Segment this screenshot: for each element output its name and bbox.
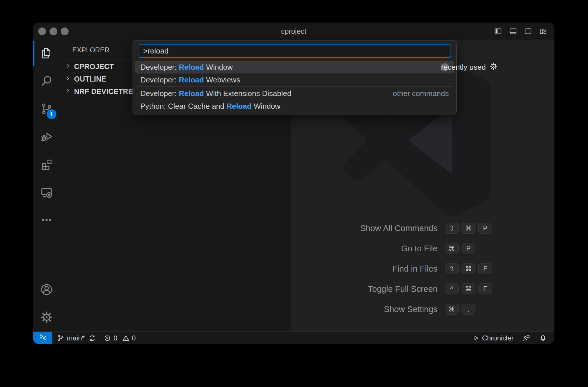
palette-row[interactable]: Developer: Reload Windowrecently used	[135, 61, 454, 73]
command-label: Developer: Reload With Extensions Disabl…	[140, 89, 291, 98]
shortcut-keys: ⌘P	[445, 243, 497, 254]
chevron-right-icon	[65, 75, 71, 83]
remote-indicator[interactable]	[33, 332, 52, 344]
settings-button[interactable]	[33, 304, 60, 332]
task-label: Chronicler	[482, 334, 514, 342]
row-right-label: recently used	[441, 63, 486, 72]
warning-count: 0	[132, 334, 136, 342]
activity-bar: 1	[33, 40, 60, 332]
notifications-button[interactable]	[539, 334, 547, 342]
shortcut-keys: ^⌘F	[445, 283, 497, 294]
task-status-item[interactable]: Chronicler	[472, 334, 514, 342]
warning-icon	[122, 334, 130, 342]
keycap: ⌘	[462, 283, 475, 294]
sidebar-item-run-and-debug[interactable]	[33, 123, 60, 151]
shortcut-row: Go to File⌘P	[275, 238, 498, 259]
files-icon	[40, 47, 53, 61]
sidebar-item-source-control[interactable]: 1	[33, 95, 60, 123]
feedback-button[interactable]	[522, 334, 530, 342]
section-label: NRF DEVICETREE	[74, 87, 138, 96]
command-label: Developer: Reload Window	[140, 63, 233, 72]
keycap: ⌘	[462, 223, 475, 234]
scm-changes-badge: 1	[47, 109, 56, 119]
shortcut-row: Find in Files⇧⌘F	[275, 259, 498, 279]
customize-layout-icon[interactable]	[539, 27, 547, 35]
command-label: Developer: Reload Webviews	[140, 75, 240, 84]
bell-icon	[539, 334, 547, 342]
branch-status-item[interactable]: main*	[57, 334, 96, 342]
keycap: ^	[445, 283, 459, 294]
shortcut-row: Show All Commands⇧⌘P	[275, 218, 498, 238]
search-icon	[40, 74, 53, 89]
palette-row[interactable]: Developer: Reload With Extensions Disabl…	[135, 87, 454, 100]
error-count: 0	[113, 334, 117, 342]
shortcut-label: Toggle Full Screen	[275, 284, 438, 294]
more-ellipsis-icon	[40, 213, 53, 228]
sidebar-item-remote-explorer[interactable]	[33, 179, 60, 207]
shortcut-keys: ⌘,	[445, 304, 497, 315]
sidebar-item-search[interactable]	[33, 68, 60, 95]
shortcut-label: Find in Files	[275, 264, 438, 274]
keycap: P	[462, 243, 475, 254]
command-palette: Developer: Reload Windowrecently usedDev…	[133, 40, 457, 115]
command-label: Python: Clear Cache and Reload Window	[140, 102, 280, 111]
row-right-label: other commands	[393, 89, 449, 98]
keycap: ,	[462, 304, 475, 315]
extensions-icon	[40, 158, 53, 172]
status-bar: main* 0 0	[33, 331, 554, 344]
command-palette-list: Developer: Reload Windowrecently usedDev…	[133, 58, 456, 115]
shortcut-row: Show Settings⌘,	[275, 299, 498, 319]
chevron-right-icon	[65, 87, 71, 96]
window-title: cproject	[33, 23, 554, 40]
palette-row[interactable]: Python: Clear Cache and Reload Window	[135, 100, 454, 113]
palette-row[interactable]: Developer: Reload Webviews	[135, 73, 454, 86]
title-bar: cproject	[33, 23, 554, 40]
keycap: ⇧	[445, 263, 459, 274]
play-icon	[472, 334, 480, 342]
configure-keybinding-icon[interactable]	[489, 62, 498, 73]
palette-row-separator	[136, 86, 453, 87]
keycap: F	[478, 283, 492, 294]
chevron-right-icon	[65, 62, 71, 71]
keycap: P	[478, 223, 492, 234]
shortcut-label: Show All Commands	[275, 224, 438, 233]
sidebar-item-extensions[interactable]	[33, 151, 60, 179]
error-icon	[104, 334, 111, 342]
keycap: ⌘	[445, 304, 459, 315]
problems-status-item[interactable]: 0 0	[104, 334, 136, 342]
shortcut-row: Toggle Full Screen^⌘F	[275, 279, 498, 299]
feedback-icon	[522, 334, 530, 342]
keycap: ⇧	[445, 223, 459, 234]
shortcut-label: Go to File	[275, 244, 438, 253]
editor-watermark-shortcuts: Show All Commands⇧⌘PGo to File⌘PFind in …	[275, 218, 498, 319]
shortcut-keys: ⇧⌘F	[445, 263, 497, 274]
branch-name: main*	[67, 334, 84, 342]
shortcut-label: Show Settings	[275, 305, 438, 314]
toggle-panel-icon[interactable]	[509, 27, 517, 35]
account-icon	[40, 283, 54, 298]
sidebar-item-explorer[interactable]	[33, 40, 60, 68]
sidebar-item-more[interactable]	[33, 207, 60, 234]
vscode-window: cproject	[33, 23, 554, 344]
keycap: ⌘	[462, 263, 475, 274]
git-branch-icon	[57, 334, 65, 342]
toggle-secondary-sidebar-icon[interactable]	[524, 27, 532, 35]
remote-explorer-icon	[40, 185, 53, 200]
toggle-primary-sidebar-icon[interactable]	[494, 27, 502, 35]
account-button[interactable]	[33, 276, 60, 304]
sync-icon	[89, 334, 96, 342]
gear-icon	[40, 310, 54, 325]
shortcut-keys: ⇧⌘P	[445, 223, 497, 234]
section-label: OUTLINE	[74, 75, 106, 83]
command-palette-input[interactable]	[139, 44, 451, 58]
run-debug-icon	[40, 130, 53, 144]
keycap: F	[478, 263, 492, 274]
section-label: CPROJECT	[74, 62, 114, 71]
remote-icon	[38, 333, 47, 343]
keycap: ⌘	[445, 243, 459, 254]
